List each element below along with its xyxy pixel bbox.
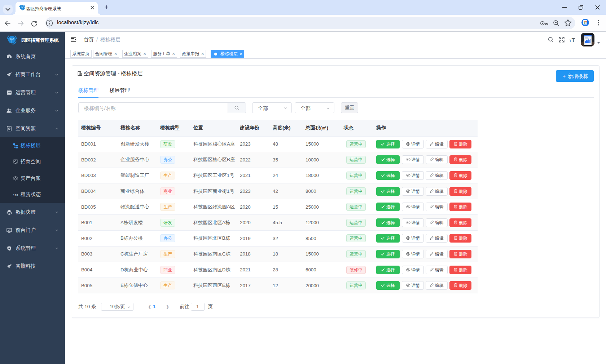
svg-text:123: 123 <box>13 194 18 197</box>
svg-text:T: T <box>572 37 575 43</box>
svg-text:T: T <box>569 39 571 43</box>
